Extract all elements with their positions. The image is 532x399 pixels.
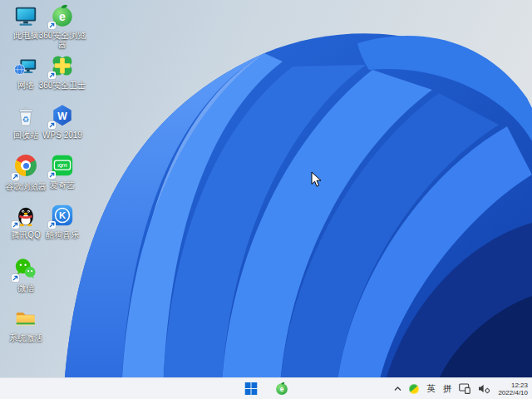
360-browser-icon: e (50, 3, 75, 28)
svg-text:iQIYI: iQIYI (57, 163, 67, 168)
desktop: 此电脑 网络 ♻ 回收站 (0, 0, 532, 399)
svg-text:W: W (57, 111, 67, 122)
shortcut-arrow-icon (48, 171, 56, 179)
taskbar-360-browser-button[interactable]: e (272, 380, 292, 398)
start-button[interactable] (241, 380, 261, 398)
shortcut-arrow-icon (12, 221, 19, 229)
svg-text:♻: ♻ (22, 116, 29, 124)
this-pc-icon (13, 3, 38, 28)
system-tray: 英 拼 12:23 2022/4/10 (394, 378, 530, 399)
clock-date: 2022/4/10 (498, 389, 528, 397)
desktop-icon-label: 360安全浏览器 (37, 31, 88, 49)
desktop-icon-360-safe[interactable]: 360安全卫士 (38, 53, 86, 90)
volume-settings-tray-button[interactable] (478, 383, 490, 394)
360-browser-e-icon: e (274, 382, 288, 396)
ime-language-indicator[interactable]: 英 (426, 383, 436, 395)
kugou-music-icon: K (50, 203, 75, 228)
360-tray-icon[interactable] (409, 384, 419, 394)
shortcut-arrow-icon (48, 71, 56, 79)
desktop-icon-wechat[interactable]: 微信 (2, 256, 50, 293)
shortcut-arrow-icon (12, 274, 19, 282)
svg-text:e: e (279, 385, 283, 393)
svg-text:e: e (59, 10, 66, 23)
shortcut-arrow-icon (48, 22, 56, 29)
qq-penguin-icon (13, 203, 38, 228)
shortcut-arrow-icon (48, 221, 56, 229)
folder-icon (13, 306, 38, 331)
shortcut-arrow-icon (12, 173, 19, 180)
desktop-icon-wps[interactable]: W WPS 2019 (38, 103, 86, 140)
ime-mode-indicator[interactable]: 拼 (443, 383, 452, 395)
mouse-cursor (311, 171, 323, 188)
wps-icon: W (50, 103, 75, 128)
360-safety-guard-icon (50, 53, 75, 78)
desktop-icon-label: 系统激活 (0, 333, 52, 342)
taskbar: e 英 拼 (0, 377, 532, 399)
desktop-icon-label: 爱奇艺 (37, 180, 88, 190)
svg-text:K: K (59, 210, 66, 220)
desktop-icon-iqiyi[interactable]: iQIYI 爱奇艺 (38, 153, 86, 190)
shortcut-arrow-icon (48, 121, 56, 129)
chevron-up-icon (394, 386, 401, 392)
windows-logo-icon (244, 382, 257, 395)
recycle-bin-icon: ♻ (13, 103, 38, 128)
desktop-icon-label: WPS 2019 (37, 131, 88, 140)
taskbar-center-icons: e (241, 378, 292, 399)
desktop-icon-label: 360安全卫士 (37, 81, 88, 90)
iqiyi-icon: iQIYI (50, 153, 75, 178)
wechat-icon (13, 256, 38, 281)
desktop-icon-label: 酷狗音乐 (37, 230, 88, 239)
volume-settings-icon (478, 383, 490, 394)
clock-time: 12:23 (498, 382, 528, 389)
desktop-icon-label: 微信 (0, 283, 52, 293)
hidden-icons-chevron[interactable] (394, 386, 401, 392)
display-connect-tray-button[interactable] (459, 383, 470, 394)
display-connect-icon (459, 383, 470, 394)
desktop-icon-kugou[interactable]: K 酷狗音乐 (38, 203, 86, 239)
network-icon (13, 53, 38, 78)
desktop-icon-activation-folder[interactable]: 系统激活 (2, 306, 50, 342)
desktop-icon-360-browser[interactable]: e 360安全浏览器 (38, 3, 86, 49)
chrome-icon (13, 155, 38, 180)
clock[interactable]: 12:23 2022/4/10 (498, 382, 530, 397)
